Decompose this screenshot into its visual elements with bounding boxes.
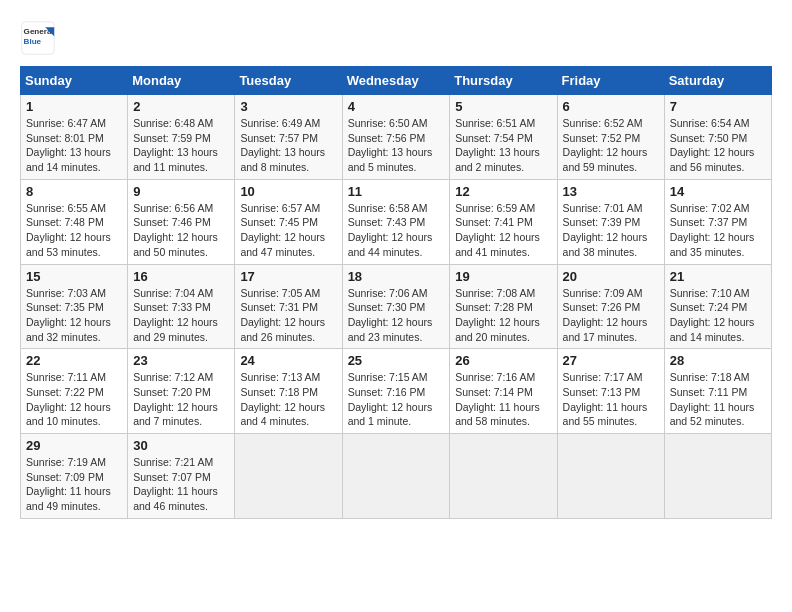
day-number: 3 (240, 99, 336, 114)
day-number: 7 (670, 99, 766, 114)
calendar-week-row: 29 Sunrise: 7:19 AMSunset: 7:09 PMDaylig… (21, 434, 772, 519)
day-info: Sunrise: 6:49 AMSunset: 7:57 PMDaylight:… (240, 116, 336, 175)
day-number: 9 (133, 184, 229, 199)
day-info: Sunrise: 7:04 AMSunset: 7:33 PMDaylight:… (133, 286, 229, 345)
day-info: Sunrise: 6:52 AMSunset: 7:52 PMDaylight:… (563, 116, 659, 175)
day-info: Sunrise: 6:56 AMSunset: 7:46 PMDaylight:… (133, 201, 229, 260)
day-number: 25 (348, 353, 445, 368)
day-number: 1 (26, 99, 122, 114)
day-header-wednesday: Wednesday (342, 67, 450, 95)
day-number: 12 (455, 184, 551, 199)
calendar-cell: 21 Sunrise: 7:10 AMSunset: 7:24 PMDaylig… (664, 264, 771, 349)
calendar-cell: 8 Sunrise: 6:55 AMSunset: 7:48 PMDayligh… (21, 179, 128, 264)
calendar-cell: 1 Sunrise: 6:47 AMSunset: 8:01 PMDayligh… (21, 95, 128, 180)
day-info: Sunrise: 6:51 AMSunset: 7:54 PMDaylight:… (455, 116, 551, 175)
day-number: 22 (26, 353, 122, 368)
day-info: Sunrise: 7:03 AMSunset: 7:35 PMDaylight:… (26, 286, 122, 345)
svg-text:Blue: Blue (24, 37, 42, 46)
day-info: Sunrise: 6:55 AMSunset: 7:48 PMDaylight:… (26, 201, 122, 260)
calendar-cell: 9 Sunrise: 6:56 AMSunset: 7:46 PMDayligh… (128, 179, 235, 264)
calendar-week-row: 22 Sunrise: 7:11 AMSunset: 7:22 PMDaylig… (21, 349, 772, 434)
day-info: Sunrise: 7:11 AMSunset: 7:22 PMDaylight:… (26, 370, 122, 429)
logo: General Blue (20, 20, 60, 56)
day-header-tuesday: Tuesday (235, 67, 342, 95)
calendar-cell (664, 434, 771, 519)
day-number: 27 (563, 353, 659, 368)
day-info: Sunrise: 7:01 AMSunset: 7:39 PMDaylight:… (563, 201, 659, 260)
day-info: Sunrise: 7:19 AMSunset: 7:09 PMDaylight:… (26, 455, 122, 514)
calendar-cell: 27 Sunrise: 7:17 AMSunset: 7:13 PMDaylig… (557, 349, 664, 434)
day-number: 19 (455, 269, 551, 284)
calendar-week-row: 15 Sunrise: 7:03 AMSunset: 7:35 PMDaylig… (21, 264, 772, 349)
day-number: 20 (563, 269, 659, 284)
day-info: Sunrise: 6:50 AMSunset: 7:56 PMDaylight:… (348, 116, 445, 175)
day-info: Sunrise: 7:08 AMSunset: 7:28 PMDaylight:… (455, 286, 551, 345)
day-info: Sunrise: 6:54 AMSunset: 7:50 PMDaylight:… (670, 116, 766, 175)
calendar-cell (450, 434, 557, 519)
calendar-cell (342, 434, 450, 519)
calendar-cell: 18 Sunrise: 7:06 AMSunset: 7:30 PMDaylig… (342, 264, 450, 349)
day-header-friday: Friday (557, 67, 664, 95)
calendar-cell: 28 Sunrise: 7:18 AMSunset: 7:11 PMDaylig… (664, 349, 771, 434)
calendar-cell: 3 Sunrise: 6:49 AMSunset: 7:57 PMDayligh… (235, 95, 342, 180)
day-number: 15 (26, 269, 122, 284)
calendar-cell: 4 Sunrise: 6:50 AMSunset: 7:56 PMDayligh… (342, 95, 450, 180)
calendar-cell: 30 Sunrise: 7:21 AMSunset: 7:07 PMDaylig… (128, 434, 235, 519)
day-info: Sunrise: 6:59 AMSunset: 7:41 PMDaylight:… (455, 201, 551, 260)
calendar-cell: 17 Sunrise: 7:05 AMSunset: 7:31 PMDaylig… (235, 264, 342, 349)
day-number: 29 (26, 438, 122, 453)
calendar-cell: 12 Sunrise: 6:59 AMSunset: 7:41 PMDaylig… (450, 179, 557, 264)
calendar-cell: 15 Sunrise: 7:03 AMSunset: 7:35 PMDaylig… (21, 264, 128, 349)
calendar-header-row: SundayMondayTuesdayWednesdayThursdayFrid… (21, 67, 772, 95)
calendar-cell: 11 Sunrise: 6:58 AMSunset: 7:43 PMDaylig… (342, 179, 450, 264)
day-info: Sunrise: 7:16 AMSunset: 7:14 PMDaylight:… (455, 370, 551, 429)
calendar-cell: 24 Sunrise: 7:13 AMSunset: 7:18 PMDaylig… (235, 349, 342, 434)
day-info: Sunrise: 7:06 AMSunset: 7:30 PMDaylight:… (348, 286, 445, 345)
logo-icon: General Blue (20, 20, 56, 56)
day-info: Sunrise: 6:57 AMSunset: 7:45 PMDaylight:… (240, 201, 336, 260)
calendar-cell: 5 Sunrise: 6:51 AMSunset: 7:54 PMDayligh… (450, 95, 557, 180)
day-info: Sunrise: 7:12 AMSunset: 7:20 PMDaylight:… (133, 370, 229, 429)
calendar-cell: 6 Sunrise: 6:52 AMSunset: 7:52 PMDayligh… (557, 95, 664, 180)
day-number: 13 (563, 184, 659, 199)
calendar-cell: 25 Sunrise: 7:15 AMSunset: 7:16 PMDaylig… (342, 349, 450, 434)
day-info: Sunrise: 7:13 AMSunset: 7:18 PMDaylight:… (240, 370, 336, 429)
day-number: 18 (348, 269, 445, 284)
calendar-week-row: 1 Sunrise: 6:47 AMSunset: 8:01 PMDayligh… (21, 95, 772, 180)
day-number: 10 (240, 184, 336, 199)
day-info: Sunrise: 7:15 AMSunset: 7:16 PMDaylight:… (348, 370, 445, 429)
calendar-cell: 29 Sunrise: 7:19 AMSunset: 7:09 PMDaylig… (21, 434, 128, 519)
day-number: 17 (240, 269, 336, 284)
calendar-cell: 2 Sunrise: 6:48 AMSunset: 7:59 PMDayligh… (128, 95, 235, 180)
day-info: Sunrise: 6:47 AMSunset: 8:01 PMDaylight:… (26, 116, 122, 175)
day-number: 23 (133, 353, 229, 368)
calendar-cell: 20 Sunrise: 7:09 AMSunset: 7:26 PMDaylig… (557, 264, 664, 349)
page-header: General Blue (20, 20, 772, 56)
day-number: 16 (133, 269, 229, 284)
day-number: 4 (348, 99, 445, 114)
calendar-week-row: 8 Sunrise: 6:55 AMSunset: 7:48 PMDayligh… (21, 179, 772, 264)
day-header-monday: Monday (128, 67, 235, 95)
day-number: 14 (670, 184, 766, 199)
day-number: 6 (563, 99, 659, 114)
day-number: 5 (455, 99, 551, 114)
day-number: 21 (670, 269, 766, 284)
day-number: 11 (348, 184, 445, 199)
calendar-cell: 13 Sunrise: 7:01 AMSunset: 7:39 PMDaylig… (557, 179, 664, 264)
day-number: 24 (240, 353, 336, 368)
day-info: Sunrise: 6:58 AMSunset: 7:43 PMDaylight:… (348, 201, 445, 260)
day-header-saturday: Saturday (664, 67, 771, 95)
calendar-cell: 26 Sunrise: 7:16 AMSunset: 7:14 PMDaylig… (450, 349, 557, 434)
calendar-cell: 14 Sunrise: 7:02 AMSunset: 7:37 PMDaylig… (664, 179, 771, 264)
calendar-cell: 23 Sunrise: 7:12 AMSunset: 7:20 PMDaylig… (128, 349, 235, 434)
calendar-cell: 22 Sunrise: 7:11 AMSunset: 7:22 PMDaylig… (21, 349, 128, 434)
calendar-cell: 19 Sunrise: 7:08 AMSunset: 7:28 PMDaylig… (450, 264, 557, 349)
day-number: 28 (670, 353, 766, 368)
day-number: 8 (26, 184, 122, 199)
day-number: 2 (133, 99, 229, 114)
calendar-cell (557, 434, 664, 519)
calendar-cell (235, 434, 342, 519)
calendar-table: SundayMondayTuesdayWednesdayThursdayFrid… (20, 66, 772, 519)
day-number: 30 (133, 438, 229, 453)
day-info: Sunrise: 7:21 AMSunset: 7:07 PMDaylight:… (133, 455, 229, 514)
